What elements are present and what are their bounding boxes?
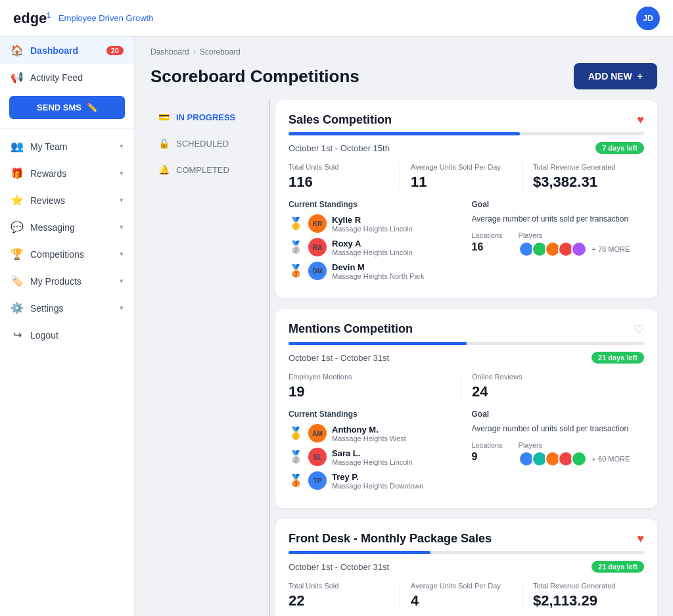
- stat-label: Average Units Sold Per Day: [411, 582, 511, 590]
- days-left-badge: 7 days left: [595, 142, 644, 154]
- chevron-down-icon: ▾: [120, 304, 124, 312]
- competition-title: Mentions Competition: [289, 322, 413, 336]
- filter-completed[interactable]: 🔔 COMPLETED: [151, 158, 269, 181]
- sidebar-item-settings[interactable]: ⚙️ Settings ▾: [0, 295, 134, 321]
- in-progress-icon: 💳: [158, 112, 170, 122]
- sidebar-item-messaging[interactable]: 💬 Messaging ▾: [0, 214, 134, 241]
- stat-mentions: Employee Mentions 19: [289, 373, 461, 400]
- competition-card-frontdesk: Front Desk - Monthly Package Sales ♥ Oct…: [275, 519, 657, 616]
- players-block: Players + 60 MORE: [519, 441, 630, 467]
- messaging-icon: 💬: [11, 221, 24, 233]
- standing-location: Massage Heights West: [332, 435, 406, 442]
- sidebar-item-dashboard[interactable]: 🏠 Dashboard 20: [0, 37, 134, 64]
- breadcrumb: Dashboard › Scoreboard: [151, 47, 657, 57]
- medal-gold: 🥇: [289, 216, 303, 231]
- medal-gold: 🥇: [289, 426, 303, 440]
- days-left-badge: 21 days left: [592, 352, 644, 364]
- stat-value: 22: [289, 592, 389, 609]
- avatar: KR: [308, 214, 327, 233]
- more-players: + 76 MORE: [592, 245, 630, 253]
- competition-title: Sales Competition: [289, 113, 392, 127]
- avatar: AM: [308, 424, 327, 442]
- medal-silver: 🥈: [289, 240, 303, 254]
- chevron-down-icon: ▾: [120, 196, 124, 204]
- user-avatar[interactable]: JD: [636, 7, 660, 30]
- competition-stats: Total Units Sold 22 Average Units Sold P…: [289, 582, 644, 609]
- stat-total-units: Total Units Sold 116: [289, 163, 400, 191]
- stat-revenue: Total Revenue Generated $2,113.29: [522, 582, 644, 609]
- standing-name: Trey P.: [332, 472, 423, 482]
- rewards-icon: 🎁: [11, 167, 24, 179]
- standing-location: Massage Heights North Park: [332, 272, 425, 280]
- goal-text: Average number of units sold per transac…: [472, 214, 645, 224]
- favorite-icon-outline[interactable]: ♡: [634, 322, 644, 337]
- chevron-down-icon: ▾: [120, 142, 124, 151]
- stat-label: Average Units Sold Per Day: [411, 163, 511, 171]
- locations-label: Locations: [472, 231, 503, 239]
- breadcrumb-parent[interactable]: Dashboard: [151, 47, 189, 57]
- date-row: October 1st - October 15th 7 days left: [289, 142, 644, 154]
- favorite-icon[interactable]: ♥: [637, 113, 644, 127]
- competition-card-mentions: Mentions Competition ♡ October 1st - Oct…: [275, 309, 657, 508]
- standing-info: Roxy A Massage Heights Lincoln: [332, 239, 413, 256]
- send-sms-button[interactable]: SEND SMS ✏️: [9, 96, 125, 119]
- player-avatar: [571, 241, 587, 257]
- competition-card-sales: Sales Competition ♥ October 1st - Octobe…: [275, 100, 657, 298]
- medal-silver: 🥈: [289, 450, 303, 464]
- standing-row-2: 🥈 RA Roxy A Massage Heights Lincoln: [289, 238, 461, 256]
- sidebar-item-rewards[interactable]: 🎁 Rewards ▾: [0, 160, 134, 187]
- filter-label: COMPLETED: [176, 165, 229, 175]
- stat-label: Total Revenue Generated: [533, 163, 634, 171]
- players-label: Players: [519, 441, 630, 449]
- date-range: October 1st - October 31st: [289, 353, 389, 363]
- date-range: October 1st - October 31st: [289, 562, 389, 572]
- more-players: + 60 MORE: [592, 455, 630, 463]
- stat-total-units: Total Units Sold 22: [289, 582, 400, 609]
- filter-in-progress[interactable]: 💳 IN PROGRESS: [151, 105, 269, 129]
- filter-scheduled[interactable]: 🔒 SCHEDULED: [151, 131, 269, 155]
- card-lower: Current Standings 🥇 AM Anthony M. Massag…: [289, 410, 644, 495]
- standing-row-1: 🥇 AM Anthony M. Massage Heights West: [289, 424, 461, 442]
- player-avatar: [571, 451, 587, 467]
- goal-column: Goal Average number of units sold per tr…: [472, 200, 645, 285]
- sidebar-item-my-team[interactable]: 👥 My Team ▾: [0, 133, 134, 160]
- goal-column: Goal Average number of units sold per tr…: [472, 410, 645, 495]
- sidebar-item-label: Competitions: [30, 249, 84, 260]
- sidebar-item-label: Reviews: [30, 195, 65, 206]
- sidebar-item-label: Activity Feed: [30, 72, 83, 83]
- my-products-icon: 🏷️: [11, 275, 24, 287]
- add-new-button[interactable]: ADD NEW +: [574, 63, 657, 89]
- sidebar-item-logout[interactable]: ↪ Logout: [0, 321, 134, 348]
- sidebar-item-activity-feed[interactable]: 📢 Activity Feed: [0, 64, 134, 91]
- sidebar-item-my-products[interactable]: 🏷️ My Products ▾: [0, 268, 134, 295]
- standing-location: Massage Heights Downtown: [332, 482, 423, 490]
- favorite-icon[interactable]: ♥: [637, 532, 644, 546]
- sidebar-item-competitions[interactable]: 🏆 Competitions ▾: [0, 241, 134, 268]
- date-range: October 1st - October 15th: [289, 143, 390, 153]
- sidebar-item-reviews[interactable]: ⭐ Reviews ▾: [0, 187, 134, 214]
- progress-bar-track: [289, 132, 644, 135]
- standings-title: Current Standings: [289, 410, 461, 419]
- logo-superscript: 1: [47, 11, 51, 18]
- cards-area: Sales Competition ♥ October 1st - Octobe…: [275, 100, 657, 616]
- standing-info: Trey P. Massage Heights Downtown: [332, 472, 423, 490]
- sidebar-item-label: Settings: [30, 303, 64, 314]
- competitions-icon: 🏆: [11, 248, 24, 260]
- avatar: RA: [308, 238, 327, 256]
- players-block: Players + 76 MORE: [519, 231, 630, 257]
- send-sms-label: SEND SMS: [37, 103, 81, 112]
- activity-feed-icon: 📢: [11, 71, 24, 83]
- standing-location: Massage Heights Lincoln: [332, 249, 413, 256]
- sidebar-item-label: Rewards: [30, 168, 66, 179]
- dashboard-badge: 20: [106, 46, 124, 55]
- locations-label: Locations: [472, 441, 503, 449]
- avatar: SL: [308, 448, 327, 466]
- progress-bar-track: [289, 342, 644, 345]
- standing-info: Kylie R Massage Heights Lincoln: [332, 215, 413, 233]
- stat-avg-units: Average Units Sold Per Day 11: [400, 163, 522, 191]
- completed-icon: 🔔: [158, 164, 170, 175]
- sidebar-item-label: Logout: [30, 330, 58, 341]
- stat-revenue: Total Revenue Generated $3,382.31: [522, 163, 644, 191]
- stat-label: Employee Mentions: [289, 373, 450, 381]
- goal-text: Average number of units sold per transac…: [472, 424, 645, 433]
